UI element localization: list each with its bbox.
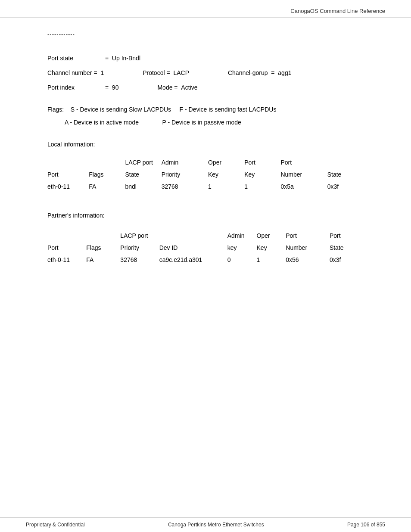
port-state-value: Up In-Bndl — [112, 55, 140, 62]
partner-th-empty1 — [47, 230, 86, 242]
local-th-admin: Admin — [162, 156, 208, 168]
page-footer: Proprietary & Confidential Canoga Pertki… — [0, 517, 411, 532]
mode-eq: = — [172, 84, 181, 91]
local-th-port: Port — [244, 156, 280, 168]
mode-value: Active — [181, 84, 197, 91]
local-th-port2: Port — [280, 156, 327, 168]
partner-th-empty3 — [159, 230, 227, 242]
partner-th-lacp-port: LACP port — [120, 230, 159, 242]
port-state-equals: = — [103, 55, 112, 62]
partner-th2-operkey: Key — [257, 242, 286, 254]
protocol-label: Protocol — [143, 69, 165, 76]
partner-th2-port: Port — [47, 242, 86, 254]
partner-info-table: LACP port Admin Oper Port Port Port Flag… — [47, 230, 364, 266]
local-th2-operkey: Key — [244, 168, 280, 180]
channel-number-eq: = — [92, 69, 101, 76]
local-td-port: eth-0-11 — [47, 180, 89, 193]
local-th-empty1 — [47, 156, 89, 168]
local-th-lacp-port: LACP port — [125, 156, 161, 168]
channel-gorup-value: agg1 — [278, 69, 291, 76]
partner-th2-devid: Dev ID — [159, 242, 227, 254]
local-th-empty3 — [327, 156, 364, 168]
partner-th2-flags: Flags — [86, 242, 120, 254]
footer-right: Page 106 of 855 — [347, 522, 385, 528]
local-td-operkey: 1 — [244, 180, 280, 193]
local-td-portnumber: 0x5a — [280, 180, 327, 193]
local-table-header-row-2: Port Flags State Priority Key Key Number… — [47, 168, 364, 180]
flags-p-text: P - Device is in passive mode — [162, 119, 241, 126]
local-th2-key: Key — [208, 168, 244, 180]
partner-th2-portstate: State — [330, 242, 364, 254]
partner-th2-number: Number — [286, 242, 330, 254]
local-th2-state: State — [125, 168, 161, 180]
local-th2-flags: Flags — [89, 168, 125, 180]
channel-gorup-label: Channel-gorup — [228, 69, 268, 76]
local-th2-priority: Priority — [162, 168, 208, 180]
local-info-table: LACP port Admin Oper Port Port Port Flag… — [47, 156, 364, 193]
local-td-adminkey: 1 — [208, 180, 244, 193]
local-table-row: eth-0-11 FA bndl 32768 1 1 0x5a 0x3f — [47, 180, 364, 193]
partner-th2-adminkey: key — [227, 242, 257, 254]
partner-table-header-row-1: LACP port Admin Oper Port Port — [47, 230, 364, 242]
channel-gorup-eq: = — [268, 69, 278, 76]
mode-label: Mode — [157, 84, 172, 91]
partner-th2-priority: Priority — [120, 242, 159, 254]
partner-td-adminkey: 0 — [227, 254, 257, 266]
footer-center: Canoga Pertkins Metro Ethernet Switches — [168, 522, 264, 528]
channel-number-value: 1 — [100, 69, 104, 76]
protocol-eq: = — [165, 69, 174, 76]
local-th-oper: Oper — [208, 156, 244, 168]
partner-td-operkey: 1 — [257, 254, 286, 266]
port-index-label: Port index — [47, 84, 103, 91]
local-table-wrapper: LACP port Admin Oper Port Port Port Flag… — [47, 156, 364, 193]
footer-left: Proprietary & Confidential — [26, 522, 85, 528]
local-td-priority: 32768 — [162, 180, 208, 193]
flags-section: Flags: S - Device is sending Slow LACPDU… — [47, 106, 364, 126]
local-table-header-row-1: LACP port Admin Oper Port Port — [47, 156, 364, 168]
flags-prefix: Flags: — [47, 106, 64, 113]
page-header: CanogaOS Command Line Reference — [0, 0, 411, 18]
partner-th-empty2 — [86, 230, 120, 242]
flags-a-text: A - Device is in active mode — [65, 119, 139, 126]
partner-table-header-row-2: Port Flags Priority Dev ID key Key Numbe… — [47, 242, 364, 254]
partner-td-port: eth-0-11 — [47, 254, 86, 266]
partner-th-port: Port — [286, 230, 330, 242]
partner-th-oper: Oper — [257, 230, 286, 242]
port-index-row: Port index = 90 Mode = Active — [47, 84, 364, 91]
port-index-eq: = — [103, 84, 112, 91]
port-index-value: 90 — [112, 84, 119, 91]
header-title: CanogaOS Command Line Reference — [290, 8, 385, 14]
partner-td-flags: FA — [86, 254, 120, 266]
port-state-row: Port state = Up In-Bndl — [47, 55, 364, 62]
port-state-label: Port state — [47, 55, 103, 62]
local-info-heading: Local information: — [47, 141, 364, 148]
protocol-value: LACP — [173, 69, 189, 76]
partner-td-priority: 32768 — [120, 254, 159, 266]
partner-td-portnumber: 0x56 — [286, 254, 330, 266]
local-th2-port: Port — [47, 168, 89, 180]
flags-f-text: F - Device is sending fast LACPDUs — [180, 106, 277, 113]
flags-line-1: Flags: S - Device is sending Slow LACPDU… — [47, 106, 364, 113]
flags-line-2: A - Device is in active mode P - Device … — [65, 119, 364, 126]
local-td-portstate: 0x3f — [327, 180, 364, 193]
partner-info-heading: Partner's information: — [47, 212, 364, 219]
main-content: ------------ Port state = Up In-Bndl Cha… — [0, 18, 411, 305]
partner-table-wrapper: LACP port Admin Oper Port Port Port Flag… — [47, 230, 364, 266]
partner-th-port2: Port — [330, 230, 364, 242]
channel-number-label: Channel number — [47, 69, 92, 76]
page-container: CanogaOS Command Line Reference --------… — [0, 0, 411, 532]
flags-s-text: S - Device is sending Slow LACPDUs — [71, 106, 171, 113]
dashes-separator: ------------ — [47, 31, 364, 37]
local-th-empty2 — [89, 156, 125, 168]
partner-table-row: eth-0-11 FA 32768 ca9c.e21d.a301 0 1 0x5… — [47, 254, 364, 266]
channel-info-row: Channel number = 1 Protocol = LACP Chann… — [47, 69, 364, 76]
local-td-flags: FA — [89, 180, 125, 193]
local-td-state: bndl — [125, 180, 161, 193]
partner-th-admin: Admin — [227, 230, 257, 242]
partner-td-devid: ca9c.e21d.a301 — [159, 254, 227, 266]
partner-td-portstate: 0x3f — [330, 254, 364, 266]
local-th2-number: Number — [280, 168, 327, 180]
local-th2-portstate: State — [327, 168, 364, 180]
